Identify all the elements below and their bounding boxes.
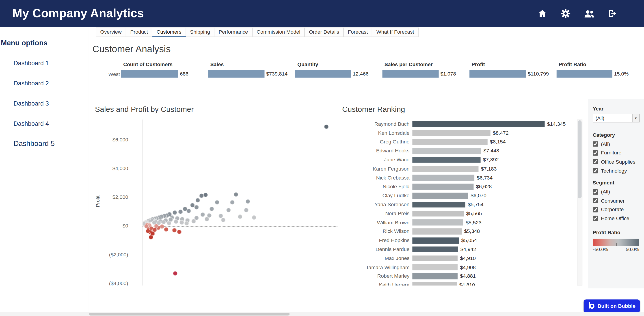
segment-checkbox-consumer[interactable] xyxy=(593,198,598,204)
horizontal-scrollbar-thumb[interactable] xyxy=(89,313,290,316)
tab-customers[interactable]: Customers xyxy=(152,28,186,37)
sidebar-item-dashboard-1[interactable]: Dashboard 1 xyxy=(0,53,89,73)
sidebar-item-dashboard-4[interactable]: Dashboard 4 xyxy=(0,114,89,134)
ranking-bar[interactable] xyxy=(412,157,480,163)
category-option-technology[interactable]: Technology xyxy=(593,166,644,175)
scatter-point[interactable] xyxy=(174,220,178,224)
ranking-bar[interactable] xyxy=(412,228,462,235)
users-icon[interactable] xyxy=(584,8,595,18)
scatter-point[interactable] xyxy=(154,224,158,228)
segment-option-consumer[interactable]: Consumer xyxy=(593,196,644,205)
tab-order-details[interactable]: Order Details xyxy=(305,28,344,37)
ranking-bar[interactable] xyxy=(412,121,544,127)
scatter-point[interactable] xyxy=(164,227,168,232)
category-option-furniture[interactable]: Furniture xyxy=(593,148,644,158)
chevron-down-icon[interactable]: ▾ xyxy=(632,114,639,122)
ranking-bar[interactable] xyxy=(412,193,468,199)
kpi-bar[interactable] xyxy=(295,70,351,78)
ranking-bar[interactable] xyxy=(412,264,458,270)
scatter-point[interactable] xyxy=(238,214,242,219)
ranking-bar[interactable] xyxy=(412,220,463,226)
tab-performance[interactable]: Performance xyxy=(214,28,252,37)
tab-shipping[interactable]: Shipping xyxy=(186,28,215,37)
scatter-point[interactable] xyxy=(234,192,238,196)
scatter-point[interactable] xyxy=(161,220,166,224)
kpi-bar[interactable] xyxy=(382,70,439,78)
segment-checkbox-all[interactable] xyxy=(593,189,598,194)
category-checkbox-all[interactable] xyxy=(593,142,598,147)
category-option-all[interactable]: (All) xyxy=(593,140,644,148)
tab-what-if-forecast[interactable]: What If Forecast xyxy=(372,28,418,37)
scatter-point[interactable] xyxy=(215,200,219,204)
sidebar-item-dashboard-3[interactable]: Dashboard 3 xyxy=(0,93,89,114)
scatter-point[interactable] xyxy=(180,220,184,225)
scatter-point[interactable] xyxy=(252,215,256,220)
tab-forecast[interactable]: Forecast xyxy=(344,28,372,37)
ranking-bar[interactable] xyxy=(412,246,458,252)
kpi-bar[interactable] xyxy=(208,70,264,78)
ranking-bar[interactable] xyxy=(412,273,458,279)
scatter-point[interactable] xyxy=(194,205,198,209)
scatter-point[interactable] xyxy=(324,124,329,129)
ranking-bar[interactable] xyxy=(412,255,458,261)
logout-icon[interactable] xyxy=(608,8,618,18)
scatter-point[interactable] xyxy=(172,210,177,215)
scatter-point[interactable] xyxy=(199,194,204,198)
scatter-point[interactable] xyxy=(178,210,182,214)
scatter-point[interactable] xyxy=(186,209,191,213)
category-checkbox-furniture[interactable] xyxy=(593,150,598,156)
ranking-scrollbar-thumb[interactable] xyxy=(578,120,582,198)
scatter-point[interactable] xyxy=(194,216,198,220)
ranking-bar[interactable] xyxy=(412,175,474,181)
scatter-point[interactable] xyxy=(230,200,234,204)
category-checkbox-office-supplies[interactable] xyxy=(593,159,598,164)
gear-icon[interactable] xyxy=(560,8,571,19)
scatter-point[interactable] xyxy=(245,200,250,204)
ranking-bar[interactable] xyxy=(412,139,487,145)
kpi-bar[interactable] xyxy=(121,70,178,78)
ranking-bar[interactable] xyxy=(412,184,474,190)
scatter-point[interactable] xyxy=(210,207,214,211)
year-dropdown[interactable]: (All) ▾ xyxy=(593,114,640,122)
ranking-bar[interactable] xyxy=(412,130,490,136)
category-option-office-supplies[interactable]: Office Supplies xyxy=(593,157,644,166)
sidebar-item-dashboard-2[interactable]: Dashboard 2 xyxy=(0,73,89,93)
scatter-point[interactable] xyxy=(226,208,230,212)
scatter-point[interactable] xyxy=(160,224,164,228)
segment-option-all[interactable]: (All) xyxy=(593,188,644,196)
scatter-point[interactable] xyxy=(244,208,249,212)
built-on-bubble-badge[interactable]: Built on Bubble xyxy=(584,300,640,313)
ranking-bar[interactable] xyxy=(412,148,481,154)
tab-commission-model[interactable]: Commission Model xyxy=(252,28,305,37)
ranking-bar[interactable] xyxy=(412,282,457,286)
tab-product[interactable]: Product xyxy=(126,28,152,37)
home-icon[interactable] xyxy=(537,8,548,18)
scatter-point[interactable] xyxy=(177,230,182,234)
tab-overview[interactable]: Overview xyxy=(96,28,126,37)
kpi-bar[interactable] xyxy=(556,70,612,78)
ranking-bar[interactable] xyxy=(412,166,478,172)
scatter-point[interactable] xyxy=(196,198,200,202)
scatter-point[interactable] xyxy=(172,228,176,232)
segment-option-corporate[interactable]: Corporate xyxy=(593,205,644,214)
scatter-point[interactable] xyxy=(166,221,171,225)
scatter-point[interactable] xyxy=(144,224,148,228)
ranking-scrollbar[interactable] xyxy=(577,120,582,286)
scatter-point[interactable] xyxy=(200,212,205,217)
category-checkbox-technology[interactable] xyxy=(593,168,598,174)
scatter-point[interactable] xyxy=(173,271,178,276)
segment-option-home-office[interactable]: Home Office xyxy=(593,214,644,223)
ranking-bar[interactable] xyxy=(412,237,459,244)
scatter-point[interactable] xyxy=(148,235,153,239)
sidebar-item-dashboard-5[interactable]: Dashboard 5 xyxy=(0,134,89,154)
kpi-bar[interactable] xyxy=(470,70,526,78)
ranking-bar[interactable] xyxy=(412,202,465,208)
ranking-bar[interactable] xyxy=(412,211,464,217)
scatter-point[interactable] xyxy=(146,229,150,233)
segment-checkbox-corporate[interactable] xyxy=(593,207,598,212)
segment-checkbox-home-office[interactable] xyxy=(593,216,598,221)
horizontal-scrollbar[interactable] xyxy=(0,312,644,316)
scatter-point[interactable] xyxy=(221,218,226,222)
scatter-point[interactable] xyxy=(203,192,208,197)
scatter-point[interactable] xyxy=(204,217,209,222)
